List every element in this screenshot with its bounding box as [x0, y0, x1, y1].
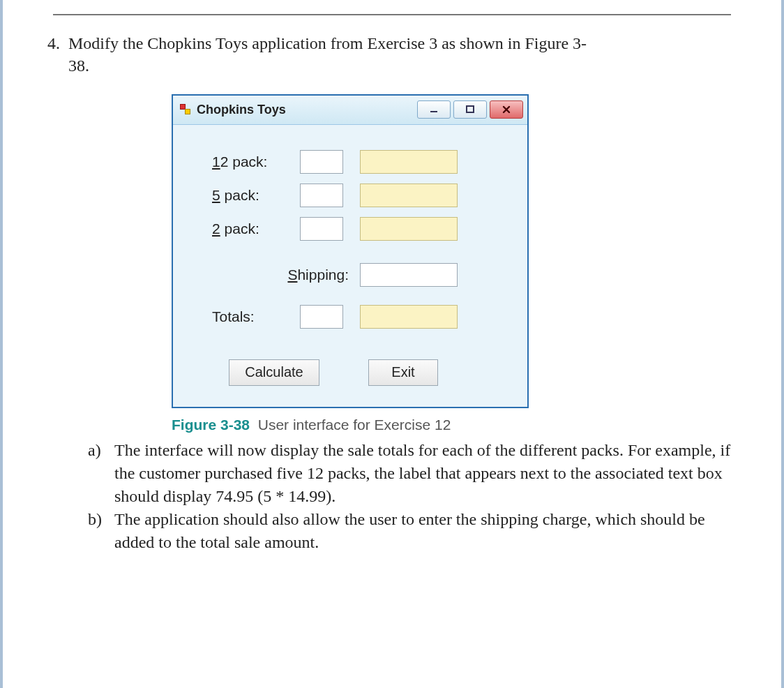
maximize-icon [465, 105, 475, 114]
minimize-icon [429, 105, 439, 114]
sub-letter-a: a) [88, 439, 114, 508]
minimize-button[interactable] [417, 100, 451, 119]
output-totals-amount [360, 305, 458, 329]
output-12pack-total [360, 150, 458, 174]
question-block: 4. Modify the Chopkins Toys application … [39, 32, 745, 77]
output-2pack-total [360, 217, 458, 241]
form-grid: 12 pack: 5 pack: 2 pack: Shipping: Total… [212, 150, 504, 329]
output-5pack-total [360, 184, 458, 207]
sub-text-a: The interface will now display the sale … [114, 439, 745, 508]
sub-item-a: a) The interface will now display the sa… [88, 439, 745, 508]
figure-caption: Figure 3-38 User interface for Exercise … [172, 417, 745, 433]
app-window: Chopkins Toys 12 pack: [172, 94, 529, 408]
titlebar: Chopkins Toys [173, 96, 527, 125]
sub-letter-b: b) [88, 508, 114, 554]
question-text: Modify the Chopkins Toys application fro… [68, 32, 745, 77]
window-buttons [417, 100, 523, 119]
close-icon [502, 105, 511, 114]
form-body: 12 pack: 5 pack: 2 pack: Shipping: Total… [173, 125, 527, 407]
label-12pack: 12 pack: [212, 154, 289, 170]
question-number: 4. [39, 32, 68, 54]
close-button[interactable] [490, 100, 523, 119]
input-5pack-qty[interactable] [300, 184, 343, 207]
label-2pack: 2 pack: [212, 220, 289, 237]
maximize-button[interactable] [453, 100, 487, 119]
sub-item-b: b) The application should also allow the… [88, 508, 745, 554]
input-shipping[interactable] [360, 263, 458, 287]
question-line1: Modify the Chopkins Toys application fro… [68, 34, 587, 52]
input-12pack-qty[interactable] [300, 150, 343, 174]
figure-caption-text: User interface for Exercise 12 [258, 417, 451, 433]
input-2pack-qty[interactable] [300, 217, 343, 241]
svg-rect-0 [430, 111, 437, 112]
svg-rect-1 [467, 106, 474, 112]
output-totals-qty [300, 305, 343, 329]
exit-button[interactable]: Exit [368, 359, 438, 386]
sub-text-b: The application should also allow the us… [114, 508, 745, 554]
divider [53, 14, 731, 15]
question-line2: 38. [68, 57, 89, 75]
calculate-button[interactable]: Calculate [229, 359, 319, 386]
figure-number: Figure 3-38 [172, 417, 250, 433]
button-row: Calculate Exit [212, 359, 504, 386]
window-title: Chopkins Toys [197, 103, 417, 117]
label-totals: Totals: [212, 308, 289, 325]
label-shipping: Shipping: [212, 267, 349, 283]
figure-window-wrap: Chopkins Toys 12 pack: [172, 94, 529, 408]
app-icon [180, 104, 191, 115]
page: 4. Modify the Chopkins Toys application … [0, 0, 784, 688]
label-5pack: 5 pack: [212, 187, 289, 204]
sublist: a) The interface will now display the sa… [88, 439, 745, 555]
